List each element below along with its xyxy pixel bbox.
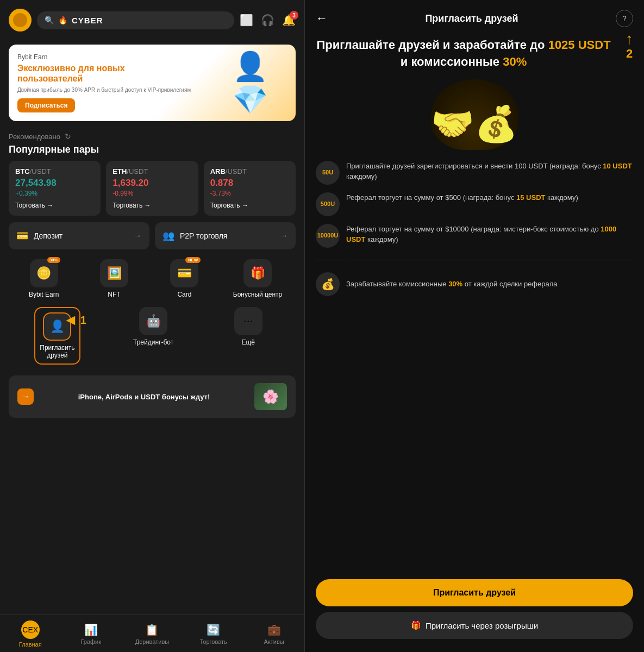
commission-bold: 30% [448,280,462,288]
derivatives-icon: 📋 [145,623,159,636]
left-header: 🔍 🔥 CYBER ⬜ 🎧 🔔 3 [0,0,304,40]
search-text: CYBER [72,16,103,25]
refresh-icon[interactable]: ↻ [65,132,71,141]
pair-name-arb: ARB/USDT [210,167,289,175]
home-icon: CEX [21,620,40,639]
pair-trade-btc[interactable]: Торговать → [15,202,94,209]
reward-text-3: Реферал торгует на сумму от $10000 (нагр… [346,224,633,245]
commission-icon: 💰 [316,272,340,296]
bonus-label: Бонусный центр [233,291,283,298]
step-1-label: 1 [80,314,86,327]
nav-chart[interactable]: 📊 График [74,623,107,645]
deposit-button[interactable]: 💳 Депозит → [9,222,149,249]
reward-item-3: 10000U Реферал торгует на сумму от $1000… [316,224,633,248]
banner-illustration: 👤💎 [233,59,287,108]
invite-friends-button[interactable]: Пригласить друзей [316,579,633,606]
more-label: Ещё [241,338,255,346]
p2p-button[interactable]: 👥 P2P торговля → [155,222,296,249]
reward-suffix-2: каждому) [545,193,578,202]
trade-icon: 🔄 [207,623,220,636]
pair-card-arb[interactable]: ARB/USDT 0.878 -3.73% Торговать → [204,161,296,216]
action-row: 💳 Депозит → 👥 P2P торговля → [0,222,304,249]
right-header: ← Пригласить друзей ? [305,0,644,37]
pair-trade-arb[interactable]: Торговать → [210,202,289,209]
commission-prefix: Зарабатывайте комиссионные [346,280,448,288]
nav-home[interactable]: CEX Главная [14,620,47,648]
card-label: Card [177,291,191,298]
pair-card-btc[interactable]: BTC/USDT 27,543.98 +0.39% Торговать → [9,161,101,216]
search-icon: 🔍 [45,16,54,24]
illustration-bg: 🤝💰 [431,79,518,150]
pair-change-btc: +0.39% [15,190,94,197]
promo-image: 🌸 [254,383,287,410]
pair-price-btc: 27,543.98 [15,178,94,189]
earn-icon-wrap: 🪙 30% [30,259,58,287]
grid-item-bonus[interactable]: 🎁 Бонусный центр [233,259,283,298]
grid-item-trading-bot[interactable]: 🤖 Трейдинг-бот [132,307,175,365]
reward-suffix-1: каждому) [346,172,377,180]
grid-item-more[interactable]: ··· Ещё [227,307,270,365]
more-icon-wrap: ··· [234,307,262,335]
right-page-title: Пригласить друзей [425,13,518,24]
commission-suffix: от каждой сделки реферала [462,280,557,288]
bottom-promo-banner[interactable]: → iPhone, AirPods и USDT бонусы ждут! 🌸 [9,375,296,418]
reward-bold-1: 10 USDT [603,162,632,170]
reward-divider [316,260,633,260]
step-2-arrow-icon: ↑ [626,32,633,47]
nav-assets-label: Активы [264,638,284,645]
bonus-icon: 🎁 [251,266,265,280]
earn-label: Bybit Earn [29,291,59,298]
grid-row-1: 🪙 30% Bybit Earn 🖼️ NFT 💳 NEW Card [9,259,296,298]
illustration-emoji: 🤝💰 [431,104,518,145]
search-bar[interactable]: 🔍 🔥 CYBER [37,11,234,29]
pair-change-arb: -3.73% [210,190,289,197]
reward-prefix-1: Приглашайте друзей зарегистрироваться и … [346,162,603,170]
invite-giveaway-button[interactable]: 🎁 Пригласить через розыгрыши [316,612,633,639]
promo-arrow-button[interactable]: → [17,388,34,405]
pair-price-arb: 0.878 [210,178,289,189]
p2p-arrow: → [279,231,288,241]
invite-headline: Приглашайте друзей и заработайте до 1025… [316,37,633,71]
notification-icon[interactable]: 🔔 3 [282,14,296,27]
giveaway-icon: 🎁 [411,620,421,630]
pair-card-eth[interactable]: ETH/USDT 1,639.20 -0.99% Торговать → [106,161,198,216]
assets-icon: 💼 [267,623,281,636]
help-button[interactable]: ? [616,10,633,27]
headline-part2: и комиссионные [401,55,503,68]
avatar[interactable] [9,9,32,32]
right-panel: ← Пригласить друзей ? ↑ 2 Приглашайте др… [305,0,644,652]
promo-banner-earn[interactable]: Bybit Earn Эксклюзивно для новых пользов… [9,45,296,121]
earn-badge: 30% [47,257,60,263]
nft-label: NFT [108,291,120,298]
left-panel: 🔍 🔥 CYBER ⬜ 🎧 🔔 3 Bybit Earn Эксклюзивно… [0,0,304,652]
banner-subscribe-button[interactable]: Подписаться [17,98,75,112]
more-icon: ··· [243,314,253,328]
nav-trade[interactable]: 🔄 Торговать [197,623,230,645]
recommended-label: Рекомендовано [9,133,60,141]
trading-bot-icon: 🤖 [146,314,161,328]
chart-icon: 📊 [84,623,98,636]
card-new-badge: NEW [185,257,201,263]
popular-pairs-title: Популярные пары [0,144,304,161]
nav-assets[interactable]: 💼 Активы [258,623,290,645]
reward-item-1: 50U Приглашайте друзей зарегистрироватьс… [316,161,633,185]
right-content: Приглашайте друзей и заработайте до 1025… [305,37,644,570]
nft-icon: 🖼️ [107,266,122,280]
grid-row-2: ◄ 1 👤 Пригласитьдрузей 🤖 Трейдинг-бот ··… [9,307,296,365]
headline-part1: Приглашайте друзей и заработайте до [316,38,548,52]
scan-icon[interactable]: ⬜ [240,14,253,27]
deposit-icon: 💳 [16,230,28,242]
reward-icon-3: 10000U [316,224,340,248]
back-button[interactable]: ← [316,11,328,26]
grid-item-nft[interactable]: 🖼️ NFT [92,259,136,298]
giveaway-label: Пригласить через розыгрыши [426,621,538,630]
grid-item-earn[interactable]: 🪙 30% Bybit Earn [22,259,66,298]
invite-icon: 👤 [50,319,65,334]
grid-item-card[interactable]: 💳 NEW Card [162,259,206,298]
nav-home-label: Главная [19,641,42,648]
headset-icon[interactable]: 🎧 [261,14,274,27]
nav-derivatives[interactable]: 📋 Деривативы [135,623,169,645]
invite-illustration: 🤝💰 [316,79,633,150]
pair-trade-eth[interactable]: Торговать → [112,202,191,209]
header-icons: ⬜ 🎧 🔔 3 [240,14,296,27]
